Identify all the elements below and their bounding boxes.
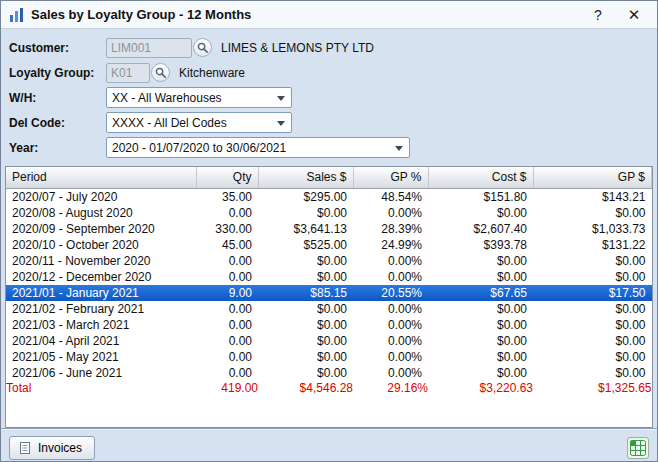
del-code-row: Del Code: XXXX - All Del Codes — [9, 112, 649, 133]
warehouse-row: W/H: XX - All Warehouses — [9, 87, 649, 108]
cell-total-cost: $3,220.63 — [428, 381, 533, 395]
cell-gp-pct: 0.00% — [353, 253, 428, 269]
table-row[interactable]: 2020/12 - December 20200.00$0.000.00%$0.… — [6, 269, 652, 285]
table-row[interactable]: 2021/02 - February 20210.00$0.000.00%$0.… — [6, 301, 652, 317]
year-select[interactable]: 2020 - 01/07/2020 to 30/06/2021 — [106, 137, 410, 158]
excel-icon — [630, 440, 646, 456]
cell-total-gp-pct: 29.16% — [353, 381, 428, 395]
column-header-gp-pct[interactable]: GP % — [353, 167, 428, 188]
cell-total-gp: $1,325.65 — [533, 381, 652, 395]
cell-qty: 0.00 — [196, 317, 258, 333]
loyalty-group-code-field: K01 — [106, 63, 150, 83]
cell-gp: $0.00 — [533, 317, 652, 333]
loyalty-group-name-text: Kitchenware — [179, 66, 245, 80]
table-row[interactable]: 2020/07 - July 202035.00$295.0048.54%$15… — [6, 188, 652, 205]
cell-qty: 0.00 — [196, 365, 258, 381]
cell-period: 2021/02 - February 2021 — [6, 301, 196, 317]
cell-qty: 330.00 — [196, 221, 258, 237]
invoices-button[interactable]: Invoices — [9, 436, 95, 460]
warehouse-select[interactable]: XX - All Warehouses — [106, 87, 292, 108]
cell-sales: $0.00 — [258, 317, 353, 333]
column-header-sales[interactable]: Sales $ — [258, 167, 353, 188]
sales-by-loyalty-group-dialog: Sales by Loyalty Group - 12 Months ? ✕ C… — [0, 0, 658, 462]
cell-gp-pct: 0.00% — [353, 349, 428, 365]
cell-period: 2021/05 - May 2021 — [6, 349, 196, 365]
table-row[interactable]: 2021/03 - March 20210.00$0.000.00%$0.00$… — [6, 317, 652, 333]
table-row[interactable]: 2020/09 - September 2020330.00$3,641.132… — [6, 221, 652, 237]
cell-period: 2021/01 - January 2021 — [6, 285, 196, 301]
cell-cost: $0.00 — [428, 333, 533, 349]
cell-total-qty: 419.00 — [196, 381, 258, 395]
warehouse-selected-value: XX - All Warehouses — [112, 91, 222, 105]
window-title: Sales by Loyalty Group - 12 Months — [31, 7, 577, 22]
cell-sales: $525.00 — [258, 237, 353, 253]
cell-cost: $393.78 — [428, 237, 533, 253]
chevron-down-icon — [395, 146, 403, 151]
cell-gp-pct: 0.00% — [353, 333, 428, 349]
warehouse-label: W/H: — [9, 91, 106, 105]
cell-cost: $0.00 — [428, 253, 533, 269]
cell-qty: 45.00 — [196, 237, 258, 253]
total-row: Total 419.00 $4,546.28 29.16% $3,220.63 … — [6, 381, 652, 395]
app-icon — [9, 7, 25, 23]
title-bar: Sales by Loyalty Group - 12 Months ? ✕ — [1, 1, 657, 29]
cell-sales: $0.00 — [258, 269, 353, 285]
cell-total-sales: $4,546.28 — [258, 381, 353, 395]
cell-gp: $131.22 — [533, 237, 652, 253]
sales-table-body: 2020/07 - July 202035.00$295.0048.54%$15… — [6, 188, 652, 381]
cell-sales: $295.00 — [258, 188, 353, 205]
invoices-button-label: Invoices — [38, 441, 82, 455]
table-row[interactable]: 2020/08 - August 20200.00$0.000.00%$0.00… — [6, 205, 652, 221]
cell-gp-pct: 24.99% — [353, 237, 428, 253]
cell-qty: 0.00 — [196, 301, 258, 317]
column-header-cost[interactable]: Cost $ — [428, 167, 533, 188]
cell-cost: $151.80 — [428, 188, 533, 205]
cell-gp: $17.50 — [533, 285, 652, 301]
table-row[interactable]: 2021/05 - May 20210.00$0.000.00%$0.00$0.… — [6, 349, 652, 365]
cell-period: 2020/11 - November 2020 — [6, 253, 196, 269]
del-code-select[interactable]: XXXX - All Del Codes — [106, 112, 292, 133]
table-row[interactable]: 2020/10 - October 202045.00$525.0024.99%… — [6, 237, 652, 253]
cell-qty: 9.00 — [196, 285, 258, 301]
loyalty-group-row: Loyalty Group: K01 Kitchenware — [9, 62, 649, 83]
table-row[interactable]: 2021/06 - June 20210.00$0.000.00%$0.00$0… — [6, 365, 652, 381]
invoices-icon — [18, 441, 32, 455]
cell-cost: $2,607.40 — [428, 221, 533, 237]
customer-label: Customer: — [9, 41, 106, 55]
cell-qty: 0.00 — [196, 205, 258, 221]
table-row[interactable]: 2021/01 - January 20219.00$85.1520.55%$6… — [6, 285, 652, 301]
customer-row: Customer: LIM001 LIMES & LEMONS PTY LTD — [9, 37, 649, 58]
cell-period: 2021/04 - April 2021 — [6, 333, 196, 349]
cell-period: 2020/12 - December 2020 — [6, 269, 196, 285]
cell-qty: 0.00 — [196, 269, 258, 285]
cell-cost: $67.65 — [428, 285, 533, 301]
cell-gp: $1,033.73 — [533, 221, 652, 237]
close-button[interactable]: ✕ — [619, 3, 649, 27]
cell-cost: $0.00 — [428, 317, 533, 333]
cell-sales: $0.00 — [258, 365, 353, 381]
cell-sales: $0.00 — [258, 333, 353, 349]
cell-sales: $0.00 — [258, 205, 353, 221]
cell-gp: $0.00 — [533, 333, 652, 349]
excel-export-button[interactable] — [627, 437, 649, 459]
cell-period: 2020/08 - August 2020 — [6, 205, 196, 221]
cell-gp: $0.00 — [533, 349, 652, 365]
cell-gp: $0.00 — [533, 301, 652, 317]
year-selected-value: 2020 - 01/07/2020 to 30/06/2021 — [112, 141, 286, 155]
cell-gp: $0.00 — [533, 205, 652, 221]
column-header-period[interactable]: Period — [6, 167, 196, 188]
loyalty-group-label: Loyalty Group: — [9, 66, 106, 80]
customer-lookup-button[interactable] — [193, 38, 212, 57]
sales-grid: Period Qty Sales $ GP % Cost $ GP $ 2020… — [5, 166, 653, 428]
cell-sales: $85.15 — [258, 285, 353, 301]
cell-cost: $0.00 — [428, 349, 533, 365]
cell-gp-pct: 0.00% — [353, 365, 428, 381]
loyalty-group-lookup-button[interactable] — [151, 63, 170, 82]
del-code-selected-value: XXXX - All Del Codes — [112, 116, 227, 130]
column-header-qty[interactable]: Qty — [196, 167, 258, 188]
table-row[interactable]: 2020/11 - November 20200.00$0.000.00%$0.… — [6, 253, 652, 269]
help-button[interactable]: ? — [583, 3, 613, 27]
cell-period: 2021/06 - June 2021 — [6, 365, 196, 381]
column-header-gp[interactable]: GP $ — [533, 167, 652, 188]
table-row[interactable]: 2021/04 - April 20210.00$0.000.00%$0.00$… — [6, 333, 652, 349]
